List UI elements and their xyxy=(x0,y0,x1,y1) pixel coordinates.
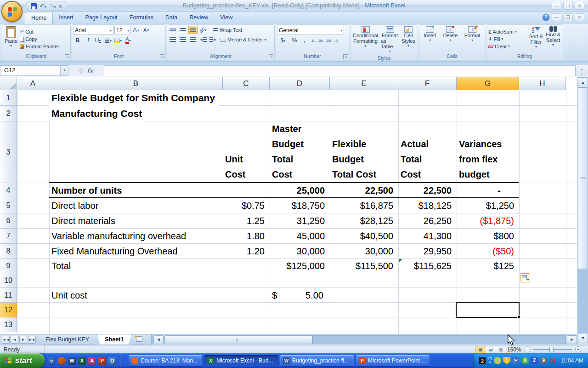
cell-D3[interactable]: Master Budget Total Cost xyxy=(270,121,330,183)
column-header-D[interactable]: D xyxy=(270,77,330,90)
cell-B9[interactable]: Total xyxy=(49,259,223,273)
help-icon[interactable]: ? xyxy=(542,13,550,21)
quicklaunch-access-icon[interactable]: A xyxy=(88,357,96,365)
row-header-5[interactable]: 5 xyxy=(0,198,17,213)
format-as-table-button[interactable]: Formatas Table▾ xyxy=(379,26,400,54)
tray-messenger-icon[interactable] xyxy=(494,357,501,364)
row-header-2[interactable]: 2 xyxy=(0,106,17,121)
cell-styles-button[interactable]: CellStyles▾ xyxy=(400,26,417,54)
office-button[interactable] xyxy=(1,1,23,22)
row-header-9[interactable]: 9 xyxy=(0,259,17,273)
language-indicator[interactable]: 2 xyxy=(479,357,486,364)
cell-G3[interactable]: Variances from flex budget xyxy=(457,121,519,183)
row-header-3[interactable]: 3 xyxy=(0,121,17,183)
tab-insert[interactable]: Insert xyxy=(53,12,79,24)
selected-cell-outline[interactable] xyxy=(456,302,520,318)
cell-B8[interactable]: Fixed Manufacturing Overhead xyxy=(49,244,223,259)
quicklaunch-firefox-icon[interactable] xyxy=(58,357,66,365)
row-header-11[interactable]: 11 xyxy=(0,288,17,303)
row-header-4[interactable]: 4 xyxy=(0,183,17,198)
tray-expand-icon[interactable]: ❐▾ xyxy=(488,357,492,364)
quicklaunch-powerpoint-icon[interactable]: P xyxy=(98,357,106,365)
normal-view-button[interactable]: ▦ xyxy=(475,346,486,353)
bold-button[interactable]: B xyxy=(73,36,82,45)
taskbar-button-firefox[interactable]: Course: BA 213: Man... xyxy=(129,355,202,366)
vertical-scrollbar-track[interactable] xyxy=(578,269,588,333)
minimize-button[interactable]: — xyxy=(552,2,561,10)
cell-F4[interactable]: 22,500 xyxy=(398,183,457,198)
column-header-B[interactable]: B xyxy=(49,77,223,90)
workbook-restore-button[interactable]: ❐ xyxy=(563,13,573,21)
scroll-left-icon[interactable]: ◄ xyxy=(153,335,164,344)
cut-button[interactable]: ✂Cut xyxy=(19,28,60,35)
cell-C6[interactable]: 1.25 xyxy=(223,213,270,229)
horizontal-scrollbar-thumb[interactable] xyxy=(164,335,312,344)
shrink-font-button[interactable]: A▼ xyxy=(142,26,151,34)
align-left-button[interactable] xyxy=(168,35,177,44)
first-sheet-icon[interactable]: ◄◄ xyxy=(2,336,10,344)
cell-E7[interactable]: $40,500 xyxy=(330,229,398,244)
cell-F6[interactable]: 26,250 xyxy=(398,213,457,229)
row-header-13[interactable]: 13 xyxy=(0,317,17,332)
font-family-select[interactable]: Arial▾ xyxy=(73,26,113,35)
cell-D6[interactable]: 31,250 xyxy=(270,213,330,229)
cell-B2[interactable]: Manufacturing Cost xyxy=(49,106,146,121)
sort-filter-button[interactable]: A Z Sort &Filter▾ xyxy=(528,26,545,52)
number-format-select[interactable]: General▾ xyxy=(277,26,344,35)
insert-cells-button[interactable]: Insert▾ xyxy=(422,26,438,52)
align-right-button[interactable] xyxy=(188,35,198,44)
scroll-up-icon[interactable]: ▲ xyxy=(578,77,588,87)
delete-cells-button[interactable]: Delete▾ xyxy=(441,26,459,52)
quicklaunch-internet-explorer-icon[interactable]: e xyxy=(48,357,56,365)
font-color-button[interactable]: A▾ xyxy=(124,36,133,45)
zoom-out-icon[interactable]: – xyxy=(525,346,531,352)
name-box[interactable]: G12 xyxy=(0,65,61,76)
column-header-A[interactable]: A xyxy=(17,77,49,90)
column-header-H[interactable]: H xyxy=(519,77,566,90)
row-header-8[interactable]: 8 xyxy=(0,244,17,259)
fill-color-button[interactable]: ▾ xyxy=(113,36,123,45)
cell-B4[interactable]: Number of units xyxy=(49,183,223,198)
close-button[interactable]: ✕ xyxy=(575,2,584,10)
fill-button[interactable]: ⬇Fill▾ xyxy=(487,36,528,42)
alignment-dialog-launcher[interactable]: ↘ xyxy=(269,54,273,59)
tab-splitter[interactable] xyxy=(150,334,153,345)
accounting-format-button[interactable]: $▾ xyxy=(277,36,289,45)
column-header-E[interactable]: E xyxy=(330,77,398,90)
copy-button[interactable]: Copy xyxy=(19,36,60,42)
tab-data[interactable]: Data xyxy=(159,12,183,24)
cell-G7[interactable]: $800 xyxy=(457,229,519,244)
align-bottom-button[interactable] xyxy=(188,26,198,34)
cell-F3[interactable]: Actual Total Cost xyxy=(398,121,457,183)
quicklaunch-word-icon[interactable]: W xyxy=(68,357,76,365)
font-dialog-launcher[interactable]: ↘ xyxy=(160,54,164,59)
name-box-dropdown-icon[interactable]: ▾ xyxy=(61,65,68,76)
italic-button[interactable]: I xyxy=(83,36,92,45)
select-all-corner[interactable] xyxy=(0,77,17,90)
next-sheet-icon[interactable]: ► xyxy=(19,336,27,344)
cell-E4[interactable]: 22,500 xyxy=(330,183,398,198)
grow-font-button[interactable]: A▲ xyxy=(132,26,141,34)
tray-antivirus-icon[interactable]: A xyxy=(521,357,529,364)
format-cells-button[interactable]: Format▾ xyxy=(463,26,482,52)
find-select-button[interactable]: Find &Select▾ xyxy=(544,26,562,52)
cell-C5[interactable]: $0.75 xyxy=(223,198,270,213)
clear-button[interactable]: Clear▾ xyxy=(487,43,528,50)
cell-G4[interactable]: - xyxy=(457,183,519,198)
zoom-slider-thumb[interactable] xyxy=(549,347,554,352)
align-center-button[interactable] xyxy=(178,35,187,44)
decrease-indent-button[interactable]: ◄ xyxy=(198,35,208,44)
fx-icon[interactable]: fx xyxy=(87,67,93,75)
page-layout-view-button[interactable]: ▤ xyxy=(486,346,496,353)
align-middle-button[interactable] xyxy=(178,26,187,34)
cell-F8[interactable]: 29,950 xyxy=(398,244,457,259)
expand-formula-bar-icon[interactable]: ⌄⌄ xyxy=(575,65,588,76)
font-size-select[interactable]: 12▾ xyxy=(114,26,131,35)
cell-E8[interactable]: 30,000 xyxy=(330,244,398,259)
clipboard-dialog-launcher[interactable]: ↘ xyxy=(65,54,69,59)
borders-button[interactable]: ⊞▾ xyxy=(103,36,113,45)
cell-B7[interactable]: Variable manufacturing overhead xyxy=(49,229,223,244)
increase-decimal-button[interactable]: .0→.00 xyxy=(310,36,324,45)
tray-zonealarm-icon[interactable]: Z xyxy=(531,357,538,364)
tab-review[interactable]: Review xyxy=(183,12,214,24)
